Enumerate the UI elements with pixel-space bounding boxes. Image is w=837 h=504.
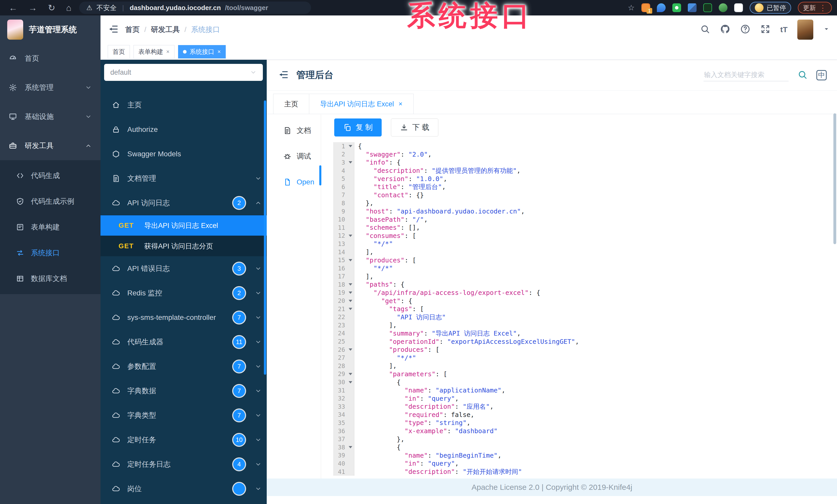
tag-close-icon[interactable]: × — [166, 49, 170, 55]
tag-表单构建[interactable]: 表单构建× — [133, 45, 175, 58]
help-icon[interactable] — [740, 24, 750, 35]
sidebar-item-研发工具[interactable]: 研发工具 — [0, 131, 101, 160]
line-number[interactable]: 13 — [333, 240, 346, 248]
line-number[interactable]: 29 — [333, 370, 346, 378]
app-logo-row[interactable]: 芋道管理系统 — [0, 16, 101, 44]
extension-icon-4[interactable] — [688, 3, 697, 12]
api-sidebar-scrollbar[interactable] — [264, 100, 266, 375]
api-menu-Swagger Models[interactable]: Swagger Models — [101, 142, 267, 166]
profile-paused-pill[interactable]: 已暂停 — [750, 2, 791, 14]
sidebar-item-基础设施[interactable]: 基础设施 — [0, 102, 101, 131]
line-number[interactable]: 15 — [333, 256, 346, 264]
user-avatar[interactable] — [797, 20, 813, 40]
sidebar-subitem-系统接口[interactable]: 系统接口 — [0, 240, 101, 266]
line-number[interactable]: 37 — [333, 435, 346, 443]
line-number[interactable]: 24 — [333, 330, 346, 338]
line-number[interactable]: 2 — [333, 150, 346, 158]
api-menu-API 错误日志[interactable]: API 错误日志3 — [101, 256, 267, 281]
api-menu-sys-sms-template-controller[interactable]: sys-sms-template-controller7 — [101, 305, 267, 330]
tag-close-icon[interactable]: × — [217, 49, 221, 55]
font-size-icon[interactable]: tT — [780, 25, 787, 34]
api-menu-API 访问日志[interactable]: API 访问日志2 — [101, 191, 267, 215]
line-number[interactable]: 30 — [333, 378, 346, 386]
breadcrumb-item[interactable]: 首页 — [125, 25, 140, 35]
doc-search-icon[interactable] — [797, 70, 808, 81]
line-number[interactable]: 4 — [333, 167, 346, 175]
line-number[interactable]: 34 — [333, 411, 346, 419]
fold-gutter[interactable] — [346, 346, 354, 354]
sidebar-item-首页[interactable]: 首页 — [0, 44, 101, 73]
user-caret-icon[interactable] — [823, 26, 830, 34]
line-number[interactable]: 16 — [333, 264, 346, 273]
line-number[interactable]: 28 — [333, 362, 346, 370]
fold-gutter[interactable] — [346, 158, 354, 167]
doc-tab-主页[interactable]: 主页 — [273, 94, 309, 114]
line-number[interactable]: 35 — [333, 419, 346, 427]
line-number[interactable]: 32 — [333, 394, 346, 403]
line-number[interactable]: 10 — [333, 215, 346, 224]
line-number[interactable]: 36 — [333, 427, 346, 435]
address-bar[interactable]: ⚠ 不安全 | dashboard.yudao.iocoder.cn/tool/… — [79, 2, 311, 14]
line-number[interactable]: 17 — [333, 273, 346, 281]
sidebar-subitem-代码生成[interactable]: 代码生成 — [0, 163, 101, 188]
api-menu-定时任务日志[interactable]: 定时任务日志4 — [101, 452, 267, 477]
line-number[interactable]: 31 — [333, 386, 346, 395]
fold-gutter[interactable] — [346, 297, 354, 305]
api-menu-字典类型[interactable]: 字典类型7 — [101, 403, 267, 428]
fold-gutter[interactable] — [346, 280, 354, 289]
sidebar-subitem-数据库文档[interactable]: 数据库文档 — [0, 266, 101, 292]
doc-collapse-icon[interactable] — [278, 70, 289, 81]
extension-icon-6[interactable] — [719, 3, 728, 12]
line-number[interactable]: 39 — [333, 451, 346, 460]
line-number[interactable]: 38 — [333, 443, 346, 451]
download-button[interactable]: 下 载 — [391, 118, 438, 136]
extension-icon-1[interactable]: 1 — [641, 3, 650, 12]
collapse-sidebar-icon[interactable] — [108, 24, 119, 35]
api-menu-Authorize[interactable]: Authorize — [101, 117, 267, 142]
sidebar-subitem-表单构建[interactable]: 表单构建 — [0, 214, 101, 240]
doc-nav-Open[interactable]: Open — [267, 173, 321, 191]
tag-系统接口[interactable]: 系统接口× — [178, 45, 226, 58]
line-number[interactable]: 12 — [333, 232, 346, 240]
browser-back-icon[interactable]: ← — [9, 3, 18, 12]
line-number[interactable]: 14 — [333, 248, 346, 256]
doc-tab-close-icon[interactable]: × — [399, 100, 403, 108]
extension-icon-2[interactable] — [657, 3, 666, 12]
api-menu-主页[interactable]: 主页 — [101, 93, 267, 117]
api-menu-Redis 监控[interactable]: Redis 监控2 — [101, 281, 267, 305]
api-menu-代码生成器[interactable]: 代码生成器11 — [101, 330, 267, 354]
endpoint-导出API 访问日志 Excel[interactable]: GET导出API 访问日志 Excel — [101, 215, 267, 236]
api-menu-岗位[interactable]: 岗位 — [101, 477, 267, 501]
line-number[interactable]: 22 — [333, 313, 346, 321]
copy-button[interactable]: 复 制 — [334, 118, 382, 136]
fold-gutter[interactable] — [346, 289, 354, 297]
line-number[interactable]: 27 — [333, 354, 346, 362]
fold-gutter[interactable] — [346, 142, 354, 150]
line-number[interactable]: 23 — [333, 321, 346, 330]
breadcrumb-item[interactable]: 研发工具 — [151, 25, 180, 35]
github-icon[interactable] — [720, 24, 730, 35]
line-number[interactable]: 11 — [333, 224, 346, 232]
fullscreen-icon[interactable] — [760, 24, 770, 35]
line-number[interactable]: 18 — [333, 280, 346, 289]
api-menu-参数配置[interactable]: 参数配置7 — [101, 354, 267, 378]
fold-gutter[interactable] — [346, 443, 354, 451]
api-menu-字典数据[interactable]: 字典数据7 — [101, 378, 267, 403]
api-group-select[interactable]: default — [104, 64, 263, 81]
line-number[interactable]: 25 — [333, 337, 346, 346]
swagger-json-editor[interactable]: 1{2 "swagger": "2.0",3 "info": {4 "descr… — [333, 142, 832, 476]
fold-gutter[interactable] — [346, 378, 354, 386]
browser-reload-icon[interactable]: ↻ — [48, 3, 55, 12]
extension-icon-7[interactable] — [734, 3, 743, 12]
line-number[interactable]: 40 — [333, 460, 346, 468]
page-scrollbar[interactable] — [833, 113, 836, 244]
doc-search-input[interactable] — [704, 69, 788, 81]
doc-nav-调试[interactable]: 调试 — [267, 147, 321, 165]
line-number[interactable]: 3 — [333, 158, 346, 167]
tag-首页[interactable]: 首页 — [108, 45, 130, 58]
line-number[interactable]: 9 — [333, 207, 346, 216]
api-menu-定时任务[interactable]: 定时任务10 — [101, 428, 267, 452]
extension-icon-5[interactable] — [703, 3, 712, 12]
search-icon[interactable] — [700, 24, 710, 35]
line-number[interactable]: 21 — [333, 305, 346, 313]
